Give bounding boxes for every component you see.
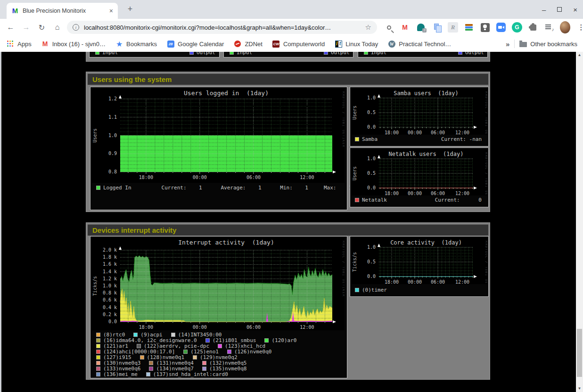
toolbar: ← → ↻ ⌂ i localhost:8080/monitorix-cgi/m… xyxy=(0,19,583,36)
tab-title: Blue Precision Monitorix xyxy=(23,8,107,14)
network-graph-cell[interactable]: Input Output xyxy=(89,52,220,57)
chat-extension-icon[interactable] xyxy=(416,22,426,33)
gmail-icon: M xyxy=(41,40,49,48)
svg-text:Ticks/s: Ticks/s xyxy=(352,252,357,272)
profile-avatar[interactable] xyxy=(560,22,570,33)
svg-text:Core activity (1day): Core activity (1day) xyxy=(390,239,462,246)
svg-text:RRDTOOL / TOBI OETIKER: RRDTOOL / TOBI OETIKER xyxy=(484,241,487,284)
samba-users-graph-cell[interactable]: 0.00.51.018:0000:0006:0012:00Samba users… xyxy=(350,87,489,147)
maximize-button[interactable] xyxy=(557,7,562,12)
svg-text:00:00: 00:00 xyxy=(408,279,422,284)
users-logged-in-graph-cell[interactable]: 0.80.91.01.11.218:0000:0006:0012:00Users… xyxy=(90,87,347,210)
svg-text:06:00: 06:00 xyxy=(431,191,445,196)
zoom-extension-icon[interactable] xyxy=(496,22,506,33)
svg-text:1.4 k: 1.4 k xyxy=(103,269,117,274)
keep-extension-icon[interactable] xyxy=(480,22,490,33)
scrollbar[interactable] xyxy=(576,52,583,392)
gmail-extension-icon[interactable]: M xyxy=(400,22,410,33)
grammarly-extension-icon[interactable]: G xyxy=(512,22,522,33)
reload-button[interactable]: ↻ xyxy=(34,23,49,32)
browser-tab[interactable]: M Blue Precision Monitorix × xyxy=(7,3,118,19)
bookmark-bookmarks[interactable]: ★Bookmarks xyxy=(115,40,157,48)
bookmark-computerworld[interactable]: CWComputerworld xyxy=(272,40,325,48)
search-extension-icon[interactable] xyxy=(384,22,394,33)
interrupt-legend-row: (8)rtc0(9)acpi(14)INT3450:00 xyxy=(96,332,305,337)
rakuten-extension-icon[interactable]: R xyxy=(448,22,458,33)
chrome-menu-icon[interactable]: ⋮ xyxy=(576,22,583,33)
window-left-edge xyxy=(0,52,1,392)
monitorix-favicon-icon: M xyxy=(11,7,19,15)
close-button[interactable]: × xyxy=(573,6,577,14)
svg-text:06:00: 06:00 xyxy=(246,325,261,330)
playlist-extension-icon[interactable] xyxy=(544,22,554,33)
scrollbar-thumb[interactable] xyxy=(577,329,582,377)
bookmark-apps[interactable]: Apps xyxy=(7,40,32,48)
bookmarks-bar: Apps MInbox (16) - sjvn0… ★Bookmarks 28G… xyxy=(0,36,583,52)
bookmark-linux-today[interactable]: Linux Today xyxy=(335,40,378,48)
bookmarks-overflow-chevron[interactable]: » xyxy=(506,40,509,48)
wordpress-icon: W xyxy=(388,40,395,48)
url-text[interactable]: localhost:8080/monitorix-cgi/monitorix.c… xyxy=(84,24,365,31)
minimize-button[interactable]: – xyxy=(542,6,546,14)
new-tab-button[interactable]: + xyxy=(124,4,136,14)
forward-button[interactable]: → xyxy=(18,23,34,32)
interrupt-activity-chart[interactable]: 0.00.2 k0.4 k0.6 k0.8 k1.0 k1.2 k1.4 k1.… xyxy=(92,238,345,332)
svg-text:00:00: 00:00 xyxy=(193,325,207,330)
svg-text:1.2 k: 1.2 k xyxy=(103,276,117,281)
devices-section-header: Devices interrupt activity xyxy=(88,224,488,236)
svg-text:0.4 k: 0.4 k xyxy=(103,305,117,310)
network-graph-cell[interactable]: Input Output xyxy=(223,52,353,57)
svg-text:0.5: 0.5 xyxy=(367,259,376,264)
users-section-header: Users using the system xyxy=(88,74,488,85)
svg-text:0.6 k: 0.6 k xyxy=(103,297,117,302)
monitorix-page: Input Output Input Output Input Output U… xyxy=(0,52,576,392)
svg-text:RRDTOOL / TOBI OETIKER: RRDTOOL / TOBI OETIKER xyxy=(342,91,345,147)
bookmark-zdnet[interactable]: ZDNet xyxy=(234,40,263,48)
scroll-up-arrow-icon[interactable] xyxy=(576,52,583,58)
interrupt-activity-graph-cell[interactable]: 0.00.2 k0.4 k0.6 k0.8 k1.0 k1.2 k1.4 k1.… xyxy=(90,236,347,378)
core-activity-graph-cell[interactable]: 0.00.51.018:0000:0006:0012:00Core activi… xyxy=(350,236,489,297)
copy-extension-icon[interactable] xyxy=(432,22,442,33)
library-extension-icon[interactable] xyxy=(464,22,474,33)
back-button[interactable]: ← xyxy=(3,23,18,32)
netatalk-users-graph-cell[interactable]: 0.00.51.018:0000:0006:0012:00Netatalk us… xyxy=(350,147,489,207)
legend-item: (136)mei_me xyxy=(96,371,138,377)
extensions-puzzle-icon[interactable] xyxy=(528,22,538,33)
svg-text:12:00: 12:00 xyxy=(455,130,469,135)
svg-text:RRDTOOL / TOBI OETIKER: RRDTOOL / TOBI OETIKER xyxy=(484,91,487,135)
bookmark-star-icon[interactable]: ☆ xyxy=(365,23,371,32)
network-section-cut: Input Output Input Output Input Output xyxy=(86,52,490,62)
home-button[interactable]: ⌂ xyxy=(49,23,65,32)
network-graph-cell[interactable]: Input Output xyxy=(358,52,488,57)
netatalk-users-chart[interactable]: 0.00.51.018:0000:0006:0012:00Netatalk us… xyxy=(352,149,487,197)
svg-text:0.9: 0.9 xyxy=(108,151,117,156)
interrupt-legend-row: (124)ahci[0000:00:17.0](125)eno1(126)nvm… xyxy=(96,349,305,354)
tab-close-icon[interactable]: × xyxy=(109,7,113,15)
scroll-down-arrow-icon[interactable] xyxy=(576,385,583,392)
bookmark-practical-technology[interactable]: WPractical Technol… xyxy=(388,40,451,48)
svg-text:1.0: 1.0 xyxy=(367,245,376,250)
users-logged-in-chart[interactable]: 0.80.91.01.11.218:0000:0006:0012:00Users… xyxy=(92,89,345,185)
interrupt-legend-row: (16)idma64.0, i2c_designware.0(21)i801_s… xyxy=(96,337,305,343)
samba-users-chart[interactable]: 0.00.51.018:0000:0006:0012:00Samba users… xyxy=(352,89,487,137)
interrupt-legend-row: (121)ar1(122)aerdrv, pcie-dpc(123)xhci_h… xyxy=(96,343,305,349)
bookmarks-divider xyxy=(514,40,515,48)
svg-text:Users: Users xyxy=(352,106,357,120)
svg-text:Netatalk users (1day): Netatalk users (1day) xyxy=(389,151,464,157)
bookmark-inbox[interactable]: MInbox (16) - sjvn0… xyxy=(41,40,106,48)
other-bookmarks[interactable]: Other bookmarks xyxy=(519,40,577,48)
window-controls: – × xyxy=(542,0,577,19)
core-activity-chart[interactable]: 0.00.51.018:0000:0006:0012:00Core activi… xyxy=(352,238,487,286)
svg-text:Users: Users xyxy=(92,128,98,142)
site-info-icon[interactable]: i xyxy=(73,24,79,31)
svg-text:06:00: 06:00 xyxy=(431,130,445,135)
interrupt-legend-row: (136)mei_me(137)snd_hda_intel:card0 xyxy=(96,371,305,377)
svg-text:00:00: 00:00 xyxy=(408,191,422,196)
bookmark-google-calendar[interactable]: 28Google Calendar xyxy=(167,40,224,48)
address-bar[interactable]: i localhost:8080/monitorix-cgi/monitorix… xyxy=(67,21,377,34)
svg-text:18:00: 18:00 xyxy=(139,325,153,330)
interrupt-legend-row: (130)nvme0q3(131)nvme0q4(132)nvme0q5 xyxy=(96,360,305,366)
svg-text:12:00: 12:00 xyxy=(300,175,314,180)
svg-text:1.0: 1.0 xyxy=(108,133,117,138)
users-legend: Logged InCurrent: 1 Average: 1 Min: 1 Ma… xyxy=(96,185,352,191)
